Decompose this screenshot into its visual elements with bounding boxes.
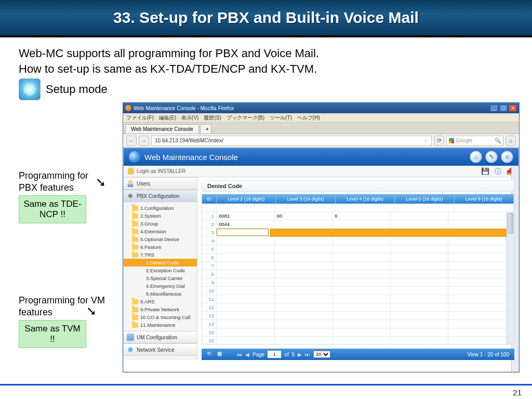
cell[interactable] [332, 262, 391, 270]
tree-item[interactable]: 7.TRS [124, 251, 197, 259]
cell[interactable]: 0081 [217, 212, 275, 220]
tree-item[interactable]: 2.System [124, 212, 197, 220]
cell[interactable] [391, 254, 449, 261]
cell[interactable] [217, 245, 275, 253]
back-button[interactable]: ← [126, 136, 137, 146]
prev-page-button[interactable]: ◀ [245, 352, 249, 357]
sidebar-section-network[interactable]: Network Service [124, 343, 197, 356]
url-input[interactable]: 10.64.213.194/WebMC/index/ ☆ [151, 136, 432, 146]
info-icon[interactable]: ⓘ [494, 167, 502, 176]
column-header[interactable]: Level 4 (16 digits) [336, 194, 395, 204]
cell[interactable] [391, 278, 449, 286]
tree-item[interactable]: 6.Feature [124, 243, 197, 251]
cell[interactable] [448, 212, 507, 220]
header-setup-button[interactable]: ✎ [485, 151, 498, 163]
table-row[interactable]: 6 [202, 254, 507, 262]
cell[interactable] [448, 287, 507, 295]
header-home-button[interactable]: ⌂ [470, 151, 482, 163]
table-row[interactable]: 13 [202, 312, 507, 320]
table-row[interactable]: 20044 [202, 220, 507, 229]
cell[interactable] [275, 237, 333, 245]
column-header[interactable]: Level 3 (16 digits) [276, 194, 335, 204]
cell[interactable] [217, 287, 275, 295]
cell[interactable]: 00 [275, 212, 333, 220]
filter-cell[interactable] [336, 204, 395, 211]
table-row[interactable]: 8 [202, 270, 507, 278]
table-row[interactable]: 10081000 [202, 212, 507, 220]
tree-item[interactable]: 4.Emergency Dial [124, 282, 197, 290]
cell[interactable] [332, 254, 391, 261]
table-row[interactable]: 15 [202, 328, 507, 337]
cell[interactable] [332, 270, 391, 278]
tree-item[interactable]: 4.Extension [124, 228, 197, 235]
cell[interactable] [391, 237, 449, 245]
cell[interactable] [332, 287, 391, 295]
cell[interactable] [448, 295, 507, 303]
tree-item[interactable]: 8.ARS [124, 298, 197, 305]
cell[interactable] [332, 245, 391, 253]
cell[interactable] [448, 320, 507, 328]
sidebar-section-um[interactable]: UM Configuration [124, 331, 197, 343]
bookmark-star-icon[interactable]: ☆ [423, 138, 428, 143]
cell[interactable] [448, 328, 507, 336]
column-header[interactable]: Level 5 (16 digits) [395, 194, 454, 204]
cell[interactable] [391, 328, 449, 336]
home-button[interactable]: ⌂ [506, 136, 516, 146]
filter-cell[interactable] [217, 204, 276, 211]
table-row[interactable]: 12 [202, 303, 507, 312]
column-header[interactable]: ID [202, 194, 217, 204]
sidebar-section-pbx[interactable]: PBX Configuration [124, 190, 197, 202]
cell[interactable] [332, 337, 391, 344]
cell[interactable] [448, 220, 507, 228]
cell[interactable] [332, 303, 391, 311]
cell[interactable] [332, 237, 391, 245]
browser-tab[interactable]: Web Maintenance Console [125, 124, 199, 134]
tree-item[interactable]: 10.CO & Incoming Call [124, 313, 197, 321]
cell[interactable] [448, 245, 507, 253]
page-size-select[interactable]: 20 [313, 351, 330, 358]
table-row[interactable]: 10 [202, 287, 507, 295]
column-header[interactable]: Level 6 (16 digits) [455, 194, 514, 204]
cell[interactable] [391, 312, 449, 320]
maximize-button[interactable]: □ [499, 104, 508, 112]
cell[interactable] [217, 295, 275, 303]
table-row[interactable]: 14 [202, 320, 507, 328]
grid-scrollbar[interactable] [507, 212, 514, 344]
search-icon[interactable]: 🔍 [495, 138, 501, 143]
first-page-button[interactable]: ⏮ [237, 352, 242, 357]
cell[interactable]: 0044 [217, 220, 275, 228]
filter-cell[interactable] [276, 204, 335, 211]
cell[interactable] [275, 270, 333, 278]
cell[interactable] [217, 303, 275, 311]
cell[interactable] [332, 312, 391, 320]
reload-button[interactable]: ⟳ [434, 136, 444, 146]
cell[interactable] [391, 295, 449, 303]
cell[interactable] [275, 295, 333, 303]
close-button[interactable]: × [509, 104, 517, 112]
tree-item[interactable]: 5.Optional Device [124, 235, 197, 243]
cell[interactable] [332, 278, 391, 286]
table-row[interactable]: 11 [202, 295, 507, 303]
grid-filter-row[interactable] [202, 204, 514, 212]
cell[interactable] [332, 328, 391, 336]
cell[interactable] [448, 312, 507, 320]
cell[interactable] [217, 254, 275, 261]
next-page-button[interactable]: ▶ [298, 352, 302, 357]
cell[interactable] [217, 278, 275, 286]
cell[interactable] [448, 270, 507, 278]
cell[interactable] [275, 287, 333, 295]
cell[interactable] [391, 270, 449, 278]
cell[interactable] [217, 237, 275, 245]
scrollbar-thumb[interactable] [508, 213, 513, 234]
cell[interactable] [275, 328, 333, 336]
cell[interactable] [391, 212, 449, 220]
active-cell-editor[interactable] [217, 229, 269, 236]
table-row[interactable]: 7 [202, 262, 507, 270]
last-page-button[interactable]: ⏭ [305, 352, 310, 357]
cell[interactable] [391, 320, 449, 328]
cell[interactable] [448, 262, 507, 270]
tree-item[interactable]: 11.Maintenance [124, 321, 197, 329]
cell[interactable] [448, 303, 507, 311]
save-icon[interactable]: 💾 [481, 167, 489, 176]
page-input[interactable] [268, 351, 281, 358]
